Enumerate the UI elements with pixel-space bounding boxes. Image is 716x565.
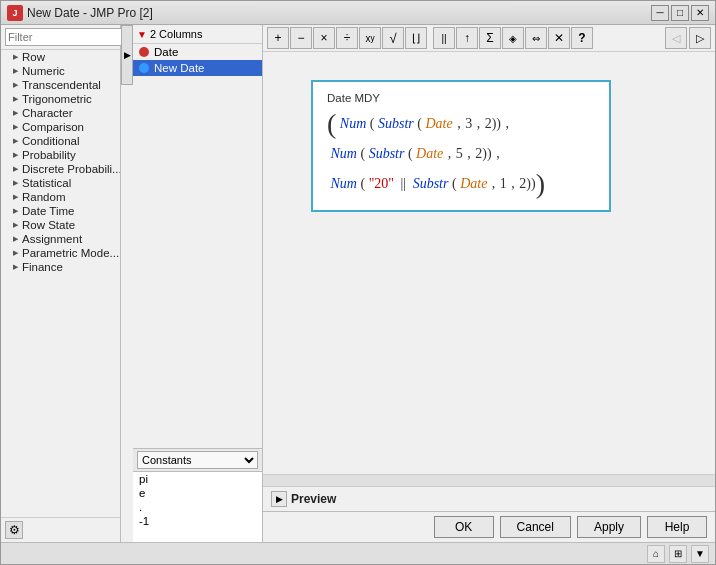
close-big-paren-3: ) bbox=[536, 170, 545, 198]
comma-3b: , bbox=[511, 170, 515, 198]
kw-substr-1: Substr bbox=[374, 110, 417, 138]
toolbar-transpose-btn[interactable]: ⇔ bbox=[525, 27, 547, 49]
constants-header: Constants bbox=[133, 449, 262, 472]
num-2-1: 2 bbox=[481, 110, 492, 138]
comma-2a: , bbox=[448, 140, 452, 168]
col-name-date: Date bbox=[154, 46, 178, 58]
main-content: 🔍 Row Numeric Transcendental Trigonometr… bbox=[1, 25, 715, 542]
gear-btn[interactable]: ⚙ bbox=[5, 521, 23, 539]
date-ref-3: Date bbox=[457, 170, 491, 198]
preview-toggle-btn[interactable]: ▶ bbox=[271, 491, 287, 507]
apply-button[interactable]: Apply bbox=[577, 516, 641, 538]
nav-item-statistical[interactable]: Statistical bbox=[1, 176, 120, 190]
formula-title: Date MDY bbox=[327, 92, 595, 104]
nav-item-numeric[interactable]: Numeric bbox=[1, 64, 120, 78]
const-dot[interactable]: . bbox=[133, 500, 262, 514]
comma-3a: , bbox=[492, 170, 496, 198]
date-ref-2: Date bbox=[413, 140, 447, 168]
horizontal-scrollbar[interactable] bbox=[263, 474, 715, 486]
middle-panel: ▼ 2 Columns Date New Date Constants bbox=[133, 25, 263, 542]
nav-item-row[interactable]: Row bbox=[1, 50, 120, 64]
nav-item-discrete-probability[interactable]: Discrete Probabili... bbox=[1, 162, 120, 176]
title-bar: J New Date - JMP Pro [2] ─ □ ✕ bbox=[1, 1, 715, 25]
nav-item-conditional[interactable]: Conditional bbox=[1, 134, 120, 148]
num-5-2: 5 bbox=[452, 140, 466, 168]
nav-item-assignment[interactable]: Assignment bbox=[1, 232, 120, 246]
toolbar-divide-btn[interactable]: ÷ bbox=[336, 27, 358, 49]
toolbar-floor-btn[interactable]: ⌊⌋ bbox=[405, 27, 427, 49]
toolbar-special-btn[interactable]: ◈ bbox=[502, 27, 524, 49]
toolbar-multiply-btn[interactable]: × bbox=[313, 27, 335, 49]
toolbar-power-btn[interactable]: xy bbox=[359, 27, 381, 49]
nav-item-rowstate[interactable]: Row State bbox=[1, 218, 120, 232]
str-val-20: "20" bbox=[365, 170, 397, 198]
num-3-1: 3 bbox=[462, 110, 476, 138]
comma-2c: , bbox=[493, 140, 500, 168]
comma-1c: , bbox=[502, 110, 509, 138]
toolbar-subtract-btn[interactable]: − bbox=[290, 27, 312, 49]
toolbar-sqrt-btn[interactable]: √ bbox=[382, 27, 404, 49]
toolbar-concat-btn[interactable]: || bbox=[433, 27, 455, 49]
nav-item-character[interactable]: Character bbox=[1, 106, 120, 120]
cancel-button[interactable]: Cancel bbox=[500, 516, 571, 538]
app-icon: J bbox=[7, 5, 23, 21]
column-item-date[interactable]: Date bbox=[133, 44, 262, 60]
num-1-3: 1 bbox=[496, 170, 510, 198]
date-ref-1: Date bbox=[422, 110, 456, 138]
ok-button[interactable]: OK bbox=[434, 516, 494, 538]
kw-num-2: Num bbox=[327, 140, 360, 168]
toolbar-help-btn[interactable]: ? bbox=[571, 27, 593, 49]
col-dot-red bbox=[139, 47, 149, 57]
kw-substr-2: Substr bbox=[365, 140, 408, 168]
status-home-icon[interactable]: ⌂ bbox=[647, 545, 665, 563]
num-2-2: 2 bbox=[472, 140, 483, 168]
toolbar-add-btn[interactable]: + bbox=[267, 27, 289, 49]
bottom-bar: OK Cancel Apply Help bbox=[263, 511, 715, 542]
undo-btn[interactable]: ◁ bbox=[665, 27, 687, 49]
left-panel: 🔍 Row Numeric Transcendental Trigonometr… bbox=[1, 25, 121, 542]
nav-list: Row Numeric Transcendental Trigonometric… bbox=[1, 50, 120, 517]
nav-item-comparison[interactable]: Comparison bbox=[1, 120, 120, 134]
formula-content: ( Num ( Substr ( Date , 3 , 2 ) ) bbox=[327, 110, 595, 198]
col-dot-blue bbox=[139, 63, 149, 73]
comma-2b: , bbox=[467, 140, 471, 168]
columns-header: ▼ 2 Columns bbox=[133, 25, 262, 44]
redo-btn[interactable]: ▷ bbox=[689, 27, 711, 49]
columns-collapse-icon: ▼ bbox=[137, 29, 147, 40]
close-btn[interactable]: ✕ bbox=[691, 5, 709, 21]
left-scroll-arrow[interactable]: ▶ bbox=[121, 25, 133, 85]
status-dropdown-icon[interactable]: ▼ bbox=[691, 545, 709, 563]
formula-box: Date MDY ( Num ( Substr ( Date , 3 bbox=[311, 80, 611, 212]
constants-section: Constants pi e . -1 bbox=[133, 448, 262, 542]
toolbar-nav: ◁ ▷ bbox=[665, 27, 711, 49]
nav-item-parametric[interactable]: Parametric Mode... bbox=[1, 246, 120, 260]
const-neg1[interactable]: -1 bbox=[133, 514, 262, 528]
maximize-btn[interactable]: □ bbox=[671, 5, 689, 21]
toolbar-delete-btn[interactable]: ✕ bbox=[548, 27, 570, 49]
nav-item-transcendental[interactable]: Transcendental bbox=[1, 78, 120, 92]
paren-close-2: ) bbox=[487, 140, 492, 168]
constants-list: pi e . -1 bbox=[133, 472, 262, 542]
preview-label: Preview bbox=[291, 492, 336, 506]
columns-list: Date New Date bbox=[133, 44, 262, 448]
const-pi[interactable]: pi bbox=[133, 472, 262, 486]
paren-close-1: ) bbox=[496, 110, 501, 138]
const-e[interactable]: e bbox=[133, 486, 262, 500]
nav-item-datetime[interactable]: Date Time bbox=[1, 204, 120, 218]
nav-item-random[interactable]: Random bbox=[1, 190, 120, 204]
toolbar-sum-btn[interactable]: Σ bbox=[479, 27, 501, 49]
comma-1b: , bbox=[477, 110, 481, 138]
nav-item-finance[interactable]: Finance bbox=[1, 260, 120, 274]
nav-item-probability[interactable]: Probability bbox=[1, 148, 120, 162]
col-name-newdate: New Date bbox=[154, 62, 205, 74]
kw-substr-3: Substr bbox=[409, 170, 452, 198]
toolbar-up-btn[interactable]: ↑ bbox=[456, 27, 478, 49]
toolbar: + − × ÷ xy √ ⌊⌋ || ↑ Σ ◈ ⇔ ✕ ? ◁ ▷ bbox=[263, 25, 715, 52]
constants-select[interactable]: Constants bbox=[137, 451, 258, 469]
column-item-newdate[interactable]: New Date bbox=[133, 60, 262, 76]
status-grid-icon[interactable]: ⊞ bbox=[669, 545, 687, 563]
minimize-btn[interactable]: ─ bbox=[651, 5, 669, 21]
nav-item-trigonometric[interactable]: Trigonometric bbox=[1, 92, 120, 106]
help-button[interactable]: Help bbox=[647, 516, 707, 538]
comma-1a: , bbox=[457, 110, 461, 138]
